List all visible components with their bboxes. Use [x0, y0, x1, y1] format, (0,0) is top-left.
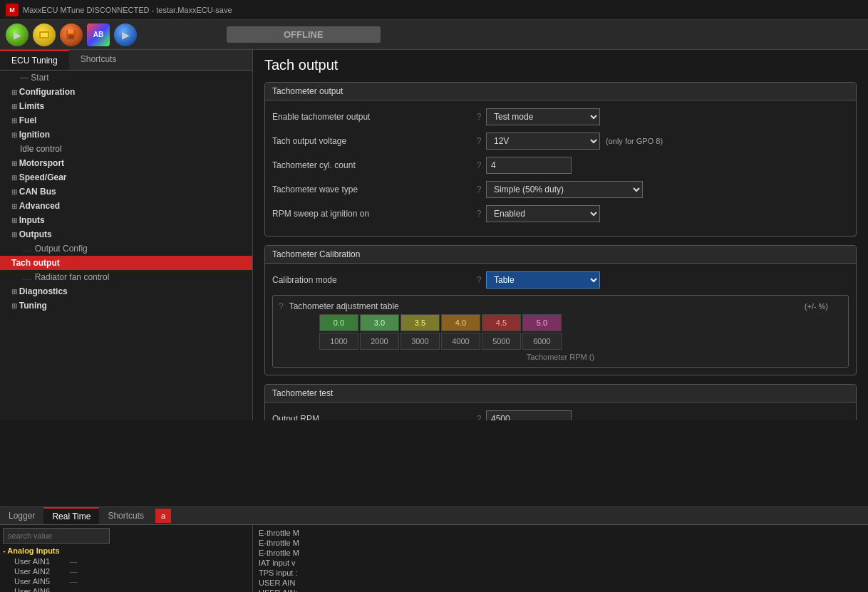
sidebar-item-advanced[interactable]: Advanced: [0, 199, 252, 213]
sidebar-item-outputs[interactable]: Outputs: [0, 227, 252, 242]
calibration-mode-help[interactable]: ?: [472, 275, 486, 285]
analog-item-ain5[interactable]: User AIN5 ---: [3, 576, 249, 586]
realtime-item-0: E-throttle M: [259, 528, 862, 538]
sidebar-item-idle-control[interactable]: Idle control: [0, 142, 252, 156]
sidebar-item-limits[interactable]: Limits: [0, 99, 252, 113]
realtime-list: E-throttle M E-throttle M E-throttle M I…: [259, 528, 862, 592]
bottom-right-panel: E-throttle M E-throttle M E-throttle M I…: [253, 525, 868, 592]
toolbar-btn-yellow[interactable]: [33, 24, 56, 46]
toolbar: ▶ AB ▶ OFFLINE: [0, 20, 868, 50]
rpm-sweep-select[interactable]: Disabled Enabled: [486, 205, 600, 222]
adj-rpm-3: 4000: [441, 333, 480, 350]
wave-type-row: Tachometer wave type ? Simple (50% duty)…: [272, 180, 849, 199]
adj-rpm-4: 5000: [482, 333, 521, 350]
analog-item-ain2[interactable]: User AIN2 ---: [3, 566, 249, 576]
adj-rpm-1: 2000: [360, 333, 399, 350]
adj-cell-0[interactable]: 0.0: [319, 314, 358, 331]
tachometer-output-section: Tachometer output Enable tachometer outp…: [264, 82, 857, 237]
adj-cell-1[interactable]: 3.0: [360, 314, 399, 331]
sidebar-item-speed-gear[interactable]: Speed/Gear: [0, 170, 252, 185]
adj-table-wrap: ? Tachometer adjustment table (+/- %) 0.…: [272, 295, 849, 368]
calibration-mode-control: None Table Custom: [486, 271, 849, 289]
adj-cell-2[interactable]: 3.5: [401, 314, 440, 331]
sidebar-item-diagnostics[interactable]: Diagnostics: [0, 284, 252, 298]
sidebar-tab-bar: ECU Tuning Shortcuts: [0, 50, 252, 71]
sidebar-item-start[interactable]: Start: [0, 71, 252, 85]
tach-voltage-control: 5V 12V (only for GPO 8): [486, 133, 849, 150]
sidebar-item-can-bus[interactable]: CAN Bus: [0, 185, 252, 199]
bottom-tab-a[interactable]: a: [155, 509, 171, 523]
sidebar-item-inputs[interactable]: Inputs: [0, 213, 252, 227]
rpm-sweep-help[interactable]: ?: [472, 209, 486, 219]
adj-rpm-row: 1000 2000 3000 4000 5000 6000: [279, 333, 842, 350]
adj-cell-5[interactable]: 5.0: [522, 314, 562, 331]
realtime-item-2: E-throttle M: [259, 548, 862, 558]
analog-item-ain1[interactable]: User AIN1 ---: [3, 556, 249, 566]
ain6-name: User AIN6: [6, 587, 63, 592]
rpm-sweep-row: RPM sweep at ignition on ? Disabled Enab…: [272, 204, 849, 223]
bottom-tab-bar: Logger Real Time Shortcuts a: [0, 507, 868, 525]
ain2-val: ---: [63, 567, 84, 576]
output-rpm-label: Output RPM: [272, 414, 472, 420]
enable-tachometer-control: Disabled Enabled Test mode: [486, 108, 849, 125]
toolbar-btn-green[interactable]: ▶: [6, 24, 29, 46]
sidebar-item-motorsport[interactable]: Motorsport: [0, 156, 252, 170]
ain1-val: ---: [63, 557, 84, 566]
tachometer-calibration-body: Calibration mode ? None Table Custom ?: [265, 264, 856, 375]
adj-table-help[interactable]: ?: [279, 301, 284, 311]
sidebar-tab-ecu-tuning[interactable]: ECU Tuning: [0, 50, 69, 70]
wave-type-label: Tachometer wave type: [272, 185, 472, 194]
ain5-name: User AIN5: [6, 577, 63, 586]
adj-rpm-2: 3000: [401, 333, 440, 350]
enable-tachometer-help[interactable]: ?: [472, 112, 486, 122]
tachometer-calibration-section: Tachometer Calibration Calibration mode …: [264, 245, 857, 375]
wave-type-select[interactable]: Simple (50% duty) Complex: [486, 181, 643, 198]
adj-rpm-empty: [279, 333, 318, 350]
svg-rect-3: [68, 30, 73, 33]
calibration-mode-row: Calibration mode ? None Table Custom: [272, 271, 849, 289]
tachometer-test-section: Tachometer test Output RPM ?: [264, 384, 857, 420]
toolbar-btn-blue[interactable]: ▶: [114, 24, 137, 46]
tach-voltage-help[interactable]: ?: [472, 136, 486, 146]
enable-tachometer-select[interactable]: Disabled Enabled Test mode: [486, 108, 600, 125]
enable-tachometer-label: Enable tachometer output: [272, 112, 472, 122]
adj-table-title: Tachometer adjustment table: [289, 301, 399, 311]
output-rpm-help[interactable]: ?: [472, 414, 486, 420]
tach-voltage-select[interactable]: 5V 12V: [486, 133, 600, 150]
sidebar-item-tach-output[interactable]: Tach output: [0, 256, 252, 270]
bottom-tab-logger[interactable]: Logger: [0, 508, 43, 524]
sidebar-item-output-config[interactable]: Output Config: [0, 242, 252, 256]
adj-cell-4[interactable]: 4.5: [482, 314, 521, 331]
toolbar-btn-save[interactable]: [60, 24, 83, 46]
titlebar: M MaxxECU MTune DISCONNECTED - testar.Ma…: [0, 0, 868, 20]
cyl-count-input[interactable]: [486, 157, 572, 174]
bottom-content: - Analog Inputs User AIN1 --- User AIN2 …: [0, 525, 868, 592]
search-input[interactable]: [3, 528, 110, 544]
bottom-tab-realtime[interactable]: Real Time: [43, 507, 99, 524]
sidebar-tab-shortcuts[interactable]: Shortcuts: [69, 50, 128, 70]
adj-footer: Tachometer RPM (): [279, 353, 842, 361]
calibration-mode-select[interactable]: None Table Custom: [486, 271, 600, 289]
wave-type-help[interactable]: ?: [472, 185, 486, 194]
realtime-item-1: E-throttle M: [259, 538, 862, 548]
sidebar-item-tuning[interactable]: Tuning: [0, 298, 252, 313]
output-rpm-input[interactable]: [486, 410, 572, 420]
analog-item-ain6[interactable]: User AIN6 ---: [3, 586, 249, 592]
adj-rpm-0: 1000: [319, 333, 358, 350]
sidebar-item-radiator-fan[interactable]: Radiator fan control: [0, 270, 252, 284]
output-rpm-row: Output RPM ?: [272, 410, 849, 420]
bottom-left-panel: - Analog Inputs User AIN1 --- User AIN2 …: [0, 525, 253, 592]
realtime-item-5: USER AIN: [259, 578, 862, 588]
tachometer-calibration-header: Tachometer Calibration: [265, 246, 856, 264]
sidebar-item-configuration[interactable]: Configuration: [0, 85, 252, 99]
sidebar-item-ignition[interactable]: Ignition: [0, 128, 252, 142]
cyl-count-row: Tachometer cyl. count ?: [272, 156, 849, 175]
toolbar-btn-colorful[interactable]: AB: [87, 24, 110, 46]
svg-rect-4: [68, 35, 74, 39]
cyl-count-control: [486, 157, 849, 174]
bottom-tab-shortcuts[interactable]: Shortcuts: [99, 508, 153, 524]
cyl-count-help[interactable]: ?: [472, 160, 486, 170]
adj-cell-3[interactable]: 4.0: [441, 314, 480, 331]
sidebar-item-fuel[interactable]: Fuel: [0, 113, 252, 128]
cyl-count-label: Tachometer cyl. count: [272, 160, 472, 170]
